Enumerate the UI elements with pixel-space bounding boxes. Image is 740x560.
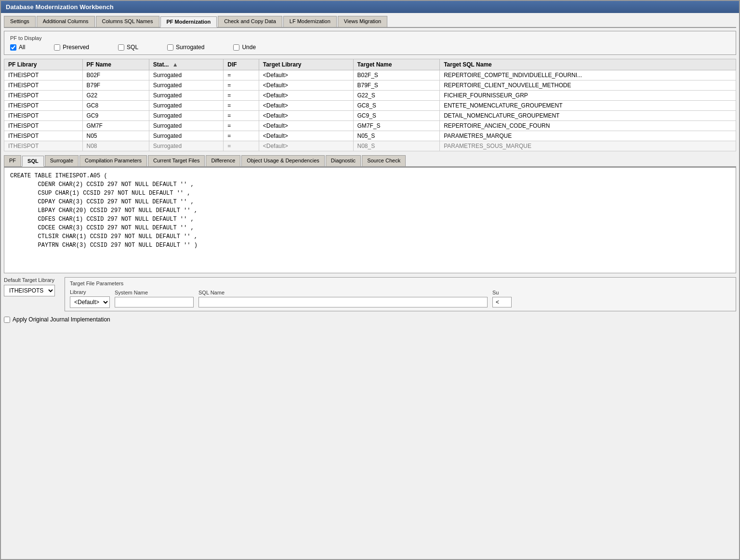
- tab-additional-columns[interactable]: Additional Columns: [37, 16, 95, 27]
- table-cell: <Default>: [259, 111, 353, 121]
- tab-pf-modernization[interactable]: PF Modernization: [160, 16, 217, 27]
- checkbox-surrogated[interactable]: Surrogated: [167, 44, 204, 51]
- table-row[interactable]: ITHEISPOTGC8Surrogated=<Default>GC8_SENT…: [4, 101, 736, 111]
- journal-label: Apply Original Journal Implementation: [13, 316, 110, 323]
- table-row[interactable]: ITHEISPOTGC9Surrogated=<Default>GC9_SDET…: [4, 111, 736, 121]
- bottom-tab-source-check[interactable]: Source Check: [362, 155, 406, 166]
- checkbox-surrogated-input[interactable]: [167, 44, 173, 51]
- bottom-tab-pf[interactable]: PF: [4, 155, 21, 166]
- table-row[interactable]: ITHEISPOTG22Surrogated=<Default>G22_SFIC…: [4, 91, 736, 101]
- journal-checkbox[interactable]: Apply Original Journal Implementation: [4, 316, 736, 323]
- table-row[interactable]: ITHEISPOTB79FSurrogated=<Default>B79F_SR…: [4, 80, 736, 91]
- su-label: Su: [492, 290, 512, 295]
- table-cell: REPERTOIRE_CLIENT_NOUVELLE_METHODE: [440, 80, 736, 91]
- table-cell: =: [224, 70, 259, 80]
- su-input[interactable]: [492, 297, 512, 307]
- table-cell: FICHIER_FOURNISSEUR_GRP: [440, 91, 736, 101]
- col-header-target-name: Target Name: [353, 59, 440, 70]
- table-cell: <Default>: [259, 80, 353, 91]
- checkbox-row: All Preserved SQL Surrogated Unde: [10, 44, 730, 51]
- table-cell: =: [224, 131, 259, 141]
- pf-table: PF Library PF Name Stat... ▲ DIF Target …: [4, 59, 736, 151]
- bottom-tab-compilation-params[interactable]: Compilation Parameters: [79, 155, 147, 166]
- table-cell: GC8_S: [353, 101, 440, 111]
- bottom-panel: Default Target Library ITHEISPOTS Target…: [4, 277, 736, 311]
- table-cell: <Default>: [259, 121, 353, 131]
- table-cell: GM7F_S: [353, 121, 440, 131]
- table-cell: <Default>: [259, 70, 353, 80]
- checkbox-unde-input[interactable]: [233, 44, 239, 51]
- checkbox-unde[interactable]: Unde: [233, 44, 256, 51]
- checkbox-all-input[interactable]: [10, 44, 16, 51]
- table-cell: =: [224, 121, 259, 131]
- table-cell: G22: [82, 91, 149, 101]
- sql-name-label: SQL Name: [198, 290, 488, 295]
- checkbox-sql-input[interactable]: [118, 44, 124, 51]
- checkbox-preserved-input[interactable]: [54, 44, 60, 51]
- table-cell: Surrogated: [149, 70, 223, 80]
- table-cell: PARAMETRES_SOUS_MARQUE: [440, 141, 736, 151]
- table-cell: Surrogated: [149, 80, 223, 91]
- pf-display-label: PF to Display: [10, 35, 730, 41]
- table-cell: REPERTOIRE_ANCIEN_CODE_FOURN: [440, 121, 736, 131]
- tab-settings[interactable]: Settings: [4, 16, 36, 27]
- sql-name-input[interactable]: [198, 297, 488, 307]
- bottom-tab-current-target-files[interactable]: Current Target Files: [148, 155, 205, 166]
- checkbox-preserved[interactable]: Preserved: [54, 44, 89, 51]
- table-cell: =: [224, 111, 259, 121]
- bottom-tab-sql[interactable]: SQL: [22, 156, 44, 167]
- checkbox-all[interactable]: All: [10, 44, 25, 51]
- table-cell: =: [224, 141, 259, 151]
- table-cell: ITHEISPOT: [4, 70, 83, 80]
- col-header-pf-library: PF Library: [4, 59, 83, 70]
- tab-views-migration[interactable]: Views Migration: [338, 16, 387, 27]
- table-cell: Surrogated: [149, 101, 223, 111]
- table-cell: ITHEISPOT: [4, 141, 83, 151]
- bottom-tab-object-usage[interactable]: Object Usage & Dependencies: [241, 155, 324, 166]
- checkbox-surrogated-label: Surrogated: [176, 44, 204, 51]
- system-name-col: System Name: [115, 290, 194, 307]
- table-cell: DETAIL_NOMENCLATURE_GROUPEMENT: [440, 111, 736, 121]
- system-name-input[interactable]: [115, 297, 194, 307]
- table-cell: N05_S: [353, 131, 440, 141]
- bottom-tab-diagnostic[interactable]: Diagnostic: [326, 155, 361, 166]
- table-cell: PARAMETRES_MARQUE: [440, 131, 736, 141]
- table-row[interactable]: ITHEISPOTGM7FSurrogated=<Default>GM7F_SR…: [4, 121, 736, 131]
- table-cell: =: [224, 101, 259, 111]
- checkbox-all-label: All: [19, 44, 25, 51]
- sort-asc-icon: ▲: [172, 61, 178, 68]
- main-content: Settings Additional Columns Columns SQL …: [1, 13, 739, 326]
- table-row[interactable]: ITHEISPOTN08Surrogated=<Default>N08_SPAR…: [4, 141, 736, 151]
- bottom-tab-bar: PF SQL Surrogate Compilation Parameters …: [4, 155, 736, 167]
- sql-name-col: SQL Name: [198, 290, 488, 307]
- table-cell: G22_S: [353, 91, 440, 101]
- tab-check-copy-data[interactable]: Check and Copy Data: [218, 16, 282, 27]
- table-cell: Surrogated: [149, 141, 223, 151]
- tab-lf-modernization[interactable]: LF Modernization: [283, 16, 337, 27]
- table-cell: ITHEISPOT: [4, 111, 83, 121]
- tab-columns-sql-names[interactable]: Columns SQL Names: [96, 16, 159, 27]
- table-cell: ITHEISPOT: [4, 80, 83, 91]
- library-dropdown[interactable]: ITHEISPOTS: [4, 285, 55, 296]
- table-cell: GC8: [82, 101, 149, 111]
- table-row[interactable]: ITHEISPOTB02FSurrogated=<Default>B02F_SR…: [4, 70, 736, 80]
- sql-editor[interactable]: CREATE TABLE ITHEISPOT.A05 ( CDENR CHAR(…: [4, 167, 736, 273]
- main-window: Database Modernization Workbench Setting…: [0, 0, 740, 560]
- journal-checkbox-input[interactable]: [4, 317, 10, 323]
- table-cell: Surrogated: [149, 111, 223, 121]
- bottom-tab-surrogate[interactable]: Surrogate: [45, 155, 79, 166]
- title-bar: Database Modernization Workbench: [1, 1, 739, 13]
- checkbox-sql[interactable]: SQL: [118, 44, 138, 51]
- library-col-select[interactable]: <Default>: [70, 296, 110, 308]
- col-header-stat[interactable]: Stat... ▲: [149, 59, 223, 70]
- col-header-target-sql-name: Target SQL Name: [440, 59, 736, 70]
- system-name-label: System Name: [115, 290, 194, 295]
- top-tab-bar: Settings Additional Columns Columns SQL …: [4, 16, 736, 28]
- table-cell: GM7F: [82, 121, 149, 131]
- checkbox-preserved-label: Preserved: [63, 44, 89, 51]
- bottom-tab-difference[interactable]: Difference: [206, 155, 240, 166]
- table-cell: =: [224, 91, 259, 101]
- library-select: ITHEISPOTS: [4, 285, 55, 296]
- table-row[interactable]: ITHEISPOTN05Surrogated=<Default>N05_SPAR…: [4, 131, 736, 141]
- table-cell: Surrogated: [149, 121, 223, 131]
